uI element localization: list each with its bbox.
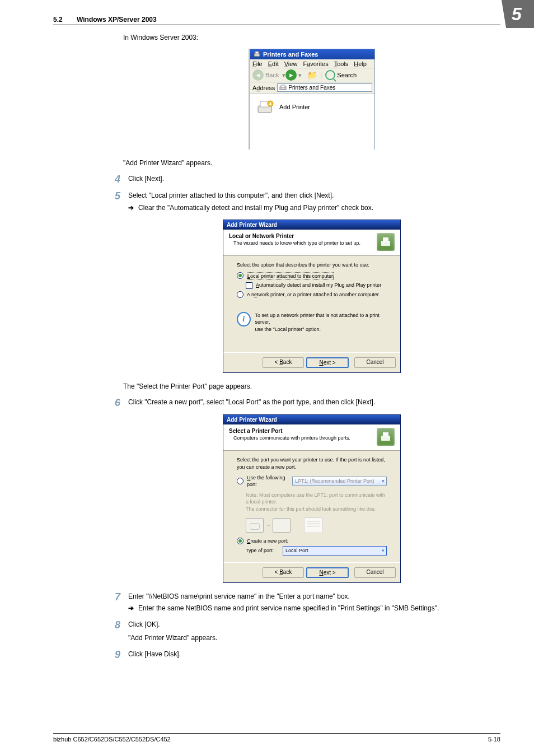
- page-footer: bizhub C652/C652DS/C552/C552DS/C452 5-18: [53, 733, 500, 743]
- window-title: Printers and Faxes: [263, 51, 318, 58]
- radio-network-printer[interactable]: [237, 291, 243, 298]
- port-note-2: The connector for this port should look …: [246, 506, 387, 513]
- radio-local-printer[interactable]: [237, 272, 243, 279]
- up-icon[interactable]: 📁: [307, 71, 317, 80]
- step-number: 5: [98, 191, 128, 201]
- printer-icon: [253, 50, 261, 58]
- wizard-info-1: To set up a network printer that is not …: [255, 312, 387, 326]
- back-label: Back: [265, 72, 279, 78]
- window-body: Add Printer: [250, 94, 374, 150]
- add-printer-wizard-local: Add Printer Wizard Local or Network Prin…: [223, 220, 401, 373]
- port-select[interactable]: LPT1: (Recommended Printer Port): [292, 477, 387, 486]
- radio-use-port[interactable]: [237, 478, 243, 484]
- wizard-header: Local or Network Printer The wizard need…: [223, 230, 400, 256]
- step-number: 9: [98, 650, 128, 660]
- back-button[interactable]: < Back: [263, 567, 304, 578]
- menu-tools[interactable]: Tools: [334, 60, 349, 67]
- back-button[interactable]: ◄: [252, 69, 264, 81]
- search-icon: [325, 70, 335, 80]
- address-value: Printers and Faxes: [288, 85, 335, 91]
- search-label: Search: [337, 72, 357, 78]
- window-toolbar: ◄ Back ▾ ► ▾ 📁 | Search: [250, 68, 374, 82]
- radio-network-printer-label: A network printer, or a printer attached…: [247, 291, 379, 298]
- arrow-icon: ➔: [128, 203, 138, 213]
- back-button[interactable]: < Back: [263, 357, 304, 368]
- section-badge-num: 5: [512, 4, 524, 25]
- post-pf-line: "Add Printer Wizard" appears.: [123, 158, 500, 167]
- next-button[interactable]: Next >: [306, 567, 349, 578]
- step-number: 4: [98, 174, 128, 184]
- radio-create-port-label: Create a new port:: [247, 538, 288, 545]
- add-printer-icon[interactable]: [256, 98, 275, 116]
- svg-rect-10: [383, 432, 388, 436]
- post-wiz1-line: The "Select the Printer Port" page appea…: [123, 382, 500, 391]
- step6-text: Click "Create a new port", select "Local…: [128, 398, 500, 407]
- window-menubar: File Edit View Favorites Tools Help: [250, 59, 374, 68]
- wizard-info-2: use the "Local printer" option.: [255, 326, 387, 333]
- section-title: Windows XP/Server 2003: [77, 16, 157, 24]
- port-note-1: Note: Most computers use the LPT1: port …: [246, 492, 387, 506]
- cancel-button[interactable]: Cancel: [354, 567, 396, 578]
- printer-wizard-icon: [377, 233, 395, 251]
- section-number: 5.2: [53, 16, 63, 24]
- page-header: 5.2 Windows XP/Server 2003: [53, 16, 500, 25]
- step8-after: "Add Printer Wizard" appears.: [128, 633, 500, 643]
- menu-help[interactable]: Help: [354, 60, 367, 67]
- step-number: 6: [98, 398, 128, 408]
- wizard-head-sub: The wizard needs to know which type of p…: [233, 240, 360, 246]
- wizard-head-title: Select a Printer Port: [229, 428, 350, 434]
- wizard-body-intro: Select the option that describes the pri…: [237, 262, 387, 269]
- svg-rect-7: [381, 241, 390, 246]
- add-printer-label[interactable]: Add Printer: [279, 104, 310, 110]
- radio-local-printer-label: Local printer attached to this computer: [247, 272, 334, 281]
- port-illustration: [246, 517, 387, 533]
- step5-sub: Clear the "Automatically detect and inst…: [138, 203, 373, 213]
- printers-faxes-window: Printers and Faxes File Edit View Favori…: [249, 49, 375, 150]
- section-badge: 5: [502, 0, 534, 28]
- svg-rect-1: [255, 52, 259, 54]
- arrow-icon: ➔: [128, 604, 138, 613]
- cancel-button[interactable]: Cancel: [354, 357, 396, 368]
- intro-line: In Windows Server 2003:: [123, 33, 500, 42]
- radio-create-port[interactable]: [237, 538, 243, 544]
- address-input[interactable]: Printers and Faxes: [277, 83, 372, 92]
- step9-text: Click [Have Disk].: [128, 650, 500, 659]
- wizard-body-intro: Select the port you want your printer to…: [237, 456, 387, 470]
- step8-text: Click [OK].: [128, 620, 500, 629]
- wizard-head-sub: Computers communicate with printers thro…: [233, 435, 350, 441]
- svg-rect-9: [381, 436, 390, 441]
- step7-sub: Enter the same NetBIOS name and print se…: [138, 604, 439, 613]
- footer-right: 5-18: [488, 736, 500, 743]
- wizard-titlebar: Add Printer Wizard: [223, 415, 400, 424]
- radio-use-port-label: Use the following port:: [247, 474, 289, 488]
- address-label: Address: [252, 85, 275, 91]
- step-number: 7: [98, 592, 128, 602]
- next-button[interactable]: Next >: [306, 357, 349, 368]
- menu-favorites[interactable]: Favorites: [303, 60, 328, 67]
- menu-file[interactable]: File: [252, 60, 263, 67]
- address-bar: Address Printers and Faxes: [250, 82, 374, 94]
- menu-edit[interactable]: Edit: [268, 60, 279, 67]
- step5-text: Select "Local printer attached to this c…: [128, 191, 500, 200]
- type-of-port-label: Type of port:: [246, 547, 283, 554]
- wizard-titlebar: Add Printer Wizard: [223, 220, 400, 230]
- menu-view[interactable]: View: [284, 60, 298, 67]
- search-button[interactable]: Search: [325, 70, 357, 80]
- wizard-header: Select a Printer Port Computers communic…: [223, 424, 400, 451]
- printer-wizard-icon: [377, 428, 395, 446]
- printer-icon: [279, 85, 287, 91]
- step7-text: Enter "\\NetBIOS name\print service name…: [128, 592, 500, 601]
- footer-left: bizhub C652/C652DS/C552/C552DS/C452: [53, 736, 171, 743]
- wizard-head-title: Local or Network Printer: [229, 233, 360, 239]
- step4-text: Click [Next].: [128, 174, 500, 184]
- step-number: 8: [98, 620, 128, 630]
- checkbox-auto-detect-label: Automatically detect and install my Plug…: [256, 282, 381, 289]
- window-titlebar: Printers and Faxes: [250, 49, 374, 59]
- forward-button[interactable]: ►: [285, 69, 297, 81]
- info-icon: i: [237, 312, 251, 326]
- checkbox-auto-detect[interactable]: [246, 282, 252, 289]
- svg-rect-8: [383, 237, 388, 241]
- svg-rect-3: [281, 85, 285, 87]
- port-type-select[interactable]: Local Port: [283, 546, 387, 556]
- add-printer-wizard-port: Add Printer Wizard Select a Printer Port…: [223, 414, 401, 582]
